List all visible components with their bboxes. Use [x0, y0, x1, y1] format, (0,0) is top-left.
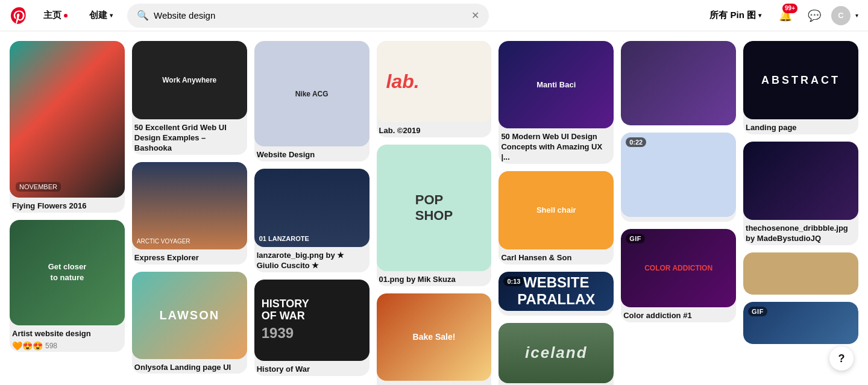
pin-card[interactable]: Bake Sale!Christmas Bake sale landing pa…: [377, 293, 492, 385]
pin-card[interactable]: GIF: [743, 302, 858, 344]
pin-card[interactable]: Get closerto natureArtist website design…: [10, 220, 125, 352]
pin-title: 50 Modern Web UI Design Concepts with Am…: [501, 132, 611, 163]
pin-hearts-row: 🧡😍😍598: [12, 341, 122, 351]
search-bar[interactable]: 🔍 ✕: [127, 4, 489, 28]
video-duration-badge: 0:22: [626, 137, 646, 147]
notification-button[interactable]: 99+ 🔔: [773, 4, 797, 28]
pin-title: Flying Flowers 2016: [12, 201, 122, 211]
search-icon: 🔍: [137, 10, 149, 21]
avatar-letter: C: [838, 11, 843, 20]
pin-title: Carl Hansen & Son: [501, 253, 611, 263]
pin-info: [498, 311, 614, 316]
pin-card[interactable]: NOVEMBERFlying Flowers 2016: [10, 41, 125, 213]
pin-info: Lab. ©2019: [377, 122, 492, 137]
gif-badge: GIF: [748, 307, 767, 316]
pin-info: 01.png by Mik Skuza: [377, 271, 492, 286]
pin-info: thechosenone_dribbble.jpg by MadeBystudi…: [743, 220, 858, 245]
pin-info: 50 Excellent Grid Web UI Design Examples…: [132, 119, 247, 155]
notification-badge: 99+: [782, 4, 797, 13]
pin-title: History of War: [257, 365, 367, 375]
nav-create-label: 创建: [89, 10, 107, 21]
pin-card[interactable]: 0:22: [621, 133, 736, 222]
help-button[interactable]: ?: [829, 346, 854, 371]
heart-icon: 🧡😍😍: [12, 341, 43, 351]
nav-create[interactable]: 创建 ▾: [82, 5, 120, 26]
pin-card[interactable]: HISTORYOF WAR1939History of War: [254, 280, 370, 376]
pin-card[interactable]: Work Anywhere50 Excellent Grid Web UI De…: [132, 41, 247, 155]
pin-title: 50 Excellent Grid Web UI Design Examples…: [134, 123, 245, 154]
pin-card[interactable]: icelandScreenshoticeland: [498, 323, 614, 385]
pin-info: History of War: [254, 361, 370, 376]
pin-info: Flying Flowers 2016: [10, 198, 125, 213]
pin-info: 50 Modern Web UI Design Concepts with Am…: [498, 128, 614, 164]
video-duration-badge: 0:13: [503, 277, 524, 286]
account-chevron[interactable]: ▾: [855, 12, 858, 19]
pin-card[interactable]: [743, 252, 858, 295]
pin-info: Website Design: [254, 146, 370, 161]
pin-title: Lab. ©2019: [379, 126, 489, 136]
pin-title: thechosenone_dribbble.jpg by MadeBystudi…: [746, 224, 856, 244]
gif-badge: GIF: [626, 234, 645, 243]
nav-home-dot: [64, 14, 68, 17]
nav-home[interactable]: 主页: [36, 5, 75, 26]
pin-card[interactable]: thechosenone_dribbble.jpg by MadeBystudi…: [743, 142, 858, 245]
pin-card[interactable]: [621, 41, 736, 125]
pin-card[interactable]: lab.Lab. ©2019: [377, 41, 492, 137]
search-input[interactable]: [154, 10, 471, 20]
pin-title: lanzarote_big.png by ★ Giulio Cuscito ★: [257, 251, 367, 271]
pin-info: Landing page: [743, 119, 858, 134]
pin-info: Express Explorer: [132, 249, 247, 264]
pin-card[interactable]: Nike ACGWebsite Design: [254, 41, 370, 161]
search-clear-button[interactable]: ✕: [471, 10, 479, 21]
user-avatar[interactable]: C: [831, 6, 851, 25]
navbar: 主页 创建 ▾ 🔍 ✕ 所有 Pin 图 ▾ 99+ 🔔 💬 C ▾: [0, 0, 868, 31]
pin-card[interactable]: COLOR ADDICTIONGIFColor addiction #1: [621, 229, 736, 322]
pin-card[interactable]: LAWSONOnlysofa Landing page UI: [132, 272, 247, 374]
pin-card[interactable]: Manti Baci50 Modern Web UI Design Concep…: [498, 41, 614, 164]
pin-info: [621, 217, 736, 222]
pin-info: Carl Hansen & Son: [498, 249, 614, 264]
pin-filter-chevron: ▾: [758, 12, 761, 19]
pin-filter-label: 所有 Pin 图: [709, 10, 756, 21]
pin-info: Artist website design🧡😍😍598: [10, 325, 125, 352]
pin-info: Screenshoticeland: [498, 383, 614, 385]
pin-card[interactable]: POPSHOP01.png by Mik Skuza: [377, 145, 492, 286]
pin-info: lanzarote_big.png by ★ Giulio Cuscito ★: [254, 247, 370, 272]
pin-info: Onlysofa Landing page UI: [132, 359, 247, 374]
pin-title: Color addiction #1: [623, 311, 734, 321]
chat-icon: 💬: [808, 9, 821, 22]
pin-info: Color addiction #1: [621, 307, 736, 322]
pin-title: Onlysofa Landing page UI: [134, 363, 245, 373]
pin-card[interactable]: Shell chairCarl Hansen & Son: [498, 171, 614, 264]
pin-title: 01.png by Mik Skuza: [379, 275, 489, 285]
pin-count: 598: [45, 342, 57, 350]
nav-home-label: 主页: [43, 10, 61, 21]
pin-card[interactable]: ARCTIC VOYAGERExpress Explorer: [132, 162, 247, 264]
pinterest-logo[interactable]: [10, 6, 29, 25]
pin-card[interactable]: ABSTRACTLanding page: [743, 41, 858, 134]
pin-title: Artist website design: [12, 329, 122, 339]
messages-button[interactable]: 💬: [802, 4, 826, 28]
pin-title: Express Explorer: [134, 253, 245, 263]
pin-info: Christmas Bake sale landing page for Bak…: [377, 381, 492, 385]
nav-right: 所有 Pin 图 ▾ 99+ 🔔 💬 C ▾: [702, 4, 858, 28]
pin-title: Landing page: [746, 123, 856, 133]
pin-grid: NOVEMBERFlying Flowers 2016Get closerto …: [0, 31, 868, 385]
pin-card[interactable]: WEBSITEPARALLAX0:13: [498, 272, 614, 316]
pin-filter-button[interactable]: 所有 Pin 图 ▾: [702, 5, 769, 26]
pin-card[interactable]: 01 LANZAROTElanzarote_big.png by ★ Giuli…: [254, 169, 370, 272]
nav-create-chevron: ▾: [110, 12, 113, 19]
pin-title: Website Design: [257, 150, 367, 160]
